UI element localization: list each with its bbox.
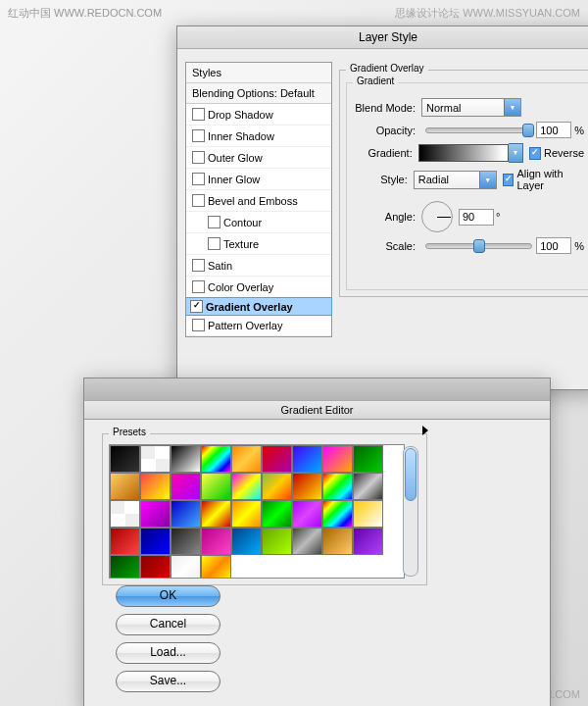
button-column: OK Cancel Load... Save... <box>116 585 223 699</box>
gradient-picker-button[interactable]: ▼ <box>509 143 522 163</box>
opacity-slider[interactable] <box>425 127 532 133</box>
layer-style-window: Layer Style Styles Blending Options: Def… <box>176 25 588 390</box>
preset-swatch[interactable] <box>140 473 171 500</box>
checkbox[interactable] <box>192 129 205 142</box>
preset-swatch[interactable] <box>322 445 353 473</box>
preset-swatch[interactable] <box>171 555 201 579</box>
checkbox[interactable] <box>192 151 205 164</box>
watermark-top-left: 红动中国 WWW.REDOCN.COM <box>8 6 162 21</box>
style-select[interactable]: Radial▼ <box>414 171 497 189</box>
preset-swatch[interactable] <box>201 555 231 579</box>
sidebar-item-texture[interactable]: Texture <box>186 233 331 255</box>
preset-swatch[interactable] <box>262 500 292 528</box>
sidebar-item-outer-glow[interactable]: Outer Glow <box>186 147 331 169</box>
preset-swatch[interactable] <box>171 500 201 528</box>
preset-swatch[interactable] <box>353 528 383 555</box>
preset-swatch[interactable] <box>140 555 171 579</box>
gradient-swatch[interactable] <box>418 144 510 162</box>
preset-swatch[interactable] <box>110 555 140 579</box>
preset-swatch[interactable] <box>201 528 231 555</box>
checkbox[interactable] <box>192 319 205 331</box>
checkbox[interactable] <box>208 237 220 250</box>
presets-grid <box>109 444 405 579</box>
blend-mode-select[interactable]: Normal▼ <box>421 98 521 117</box>
preset-swatch[interactable] <box>292 445 322 473</box>
opacity-input[interactable] <box>536 122 571 138</box>
preset-swatch[interactable] <box>292 528 322 555</box>
reverse-checkbox[interactable] <box>529 147 541 160</box>
cancel-button[interactable]: Cancel <box>116 614 220 635</box>
sidebar-item-inner-shadow[interactable]: Inner Shadow <box>186 126 331 147</box>
checkbox[interactable] <box>192 259 205 272</box>
preset-swatch[interactable] <box>231 473 262 500</box>
presets-scrollbar[interactable] <box>403 446 418 577</box>
align-checkbox[interactable] <box>503 174 514 186</box>
preset-swatch[interactable] <box>201 500 231 528</box>
scroll-thumb[interactable] <box>405 448 416 501</box>
preset-swatch[interactable] <box>322 500 353 528</box>
sidebar-item-color-overlay[interactable]: Color Overlay <box>186 277 331 298</box>
align-label: Align with Layer <box>516 168 584 191</box>
preset-swatch[interactable] <box>262 445 292 473</box>
preset-swatch[interactable] <box>231 500 262 528</box>
preset-swatch[interactable] <box>231 528 262 555</box>
scale-slider[interactable] <box>425 243 532 249</box>
title-bg <box>84 378 550 401</box>
preset-swatch[interactable] <box>171 528 201 555</box>
load-button[interactable]: Load... <box>116 642 220 664</box>
sidebar-item-inner-glow[interactable]: Inner Glow <box>186 169 331 190</box>
preset-swatch[interactable] <box>353 500 383 528</box>
checkbox[interactable] <box>192 173 205 185</box>
angle-label: Angle: <box>347 211 416 223</box>
checkbox[interactable] <box>208 216 220 228</box>
preset-swatch[interactable] <box>140 445 171 473</box>
sidebar-styles-header[interactable]: Styles <box>186 63 331 83</box>
preset-swatch[interactable] <box>231 445 262 473</box>
sidebar-item-contour[interactable]: Contour <box>186 212 331 233</box>
gradient-label: Gradient: <box>347 147 413 159</box>
preset-swatch[interactable] <box>140 500 171 528</box>
ok-button[interactable]: OK <box>116 585 220 607</box>
gradient-overlay-group: Gradient Overlay Gradient Blend Mode: No… <box>339 70 588 297</box>
preset-swatch[interactable] <box>201 445 231 473</box>
sidebar-item-satin[interactable]: Satin <box>186 255 331 277</box>
preset-swatch[interactable] <box>110 500 140 528</box>
preset-swatch[interactable] <box>262 473 292 500</box>
scale-unit: % <box>574 240 584 252</box>
preset-swatch[interactable] <box>322 528 353 555</box>
gradient-editor-window: Gradient Editor Presets OK Cancel Load..… <box>83 378 551 706</box>
preset-swatch[interactable] <box>201 473 231 500</box>
save-button[interactable]: Save... <box>116 671 220 692</box>
preset-swatch[interactable] <box>171 445 201 473</box>
checkbox[interactable] <box>192 108 205 121</box>
watermark-top-right: 思缘设计论坛 WWW.MISSYUAN.COM <box>395 6 580 21</box>
reverse-label: Reverse <box>544 147 584 159</box>
presets-menu-icon[interactable] <box>422 426 428 435</box>
preset-swatch[interactable] <box>353 473 383 500</box>
preset-swatch[interactable] <box>262 528 292 555</box>
sidebar-item-gradient-overlay[interactable]: Gradient Overlay <box>185 297 332 316</box>
preset-swatch[interactable] <box>110 445 140 473</box>
angle-dial[interactable] <box>421 201 453 232</box>
sidebar-blending-header[interactable]: Blending Options: Default <box>186 83 331 104</box>
gradient-editor-title[interactable]: Gradient Editor <box>84 401 550 420</box>
checkbox[interactable] <box>192 194 205 207</box>
angle-unit: ° <box>496 211 500 223</box>
sidebar-item-drop-shadow[interactable]: Drop Shadow <box>186 104 331 126</box>
scale-input[interactable] <box>536 237 571 254</box>
angle-input[interactable] <box>459 209 494 226</box>
preset-swatch[interactable] <box>292 500 322 528</box>
scale-label: Scale: <box>347 240 416 252</box>
checkbox-checked[interactable] <box>190 300 203 313</box>
sidebar-item-bevel-emboss[interactable]: Bevel and Emboss <box>186 190 331 212</box>
sidebar-item-pattern-overlay[interactable]: Pattern Overlay <box>186 315 331 336</box>
preset-swatch[interactable] <box>110 473 140 500</box>
preset-swatch[interactable] <box>322 473 353 500</box>
preset-swatch[interactable] <box>171 473 201 500</box>
preset-swatch[interactable] <box>110 528 140 555</box>
preset-swatch[interactable] <box>140 528 171 555</box>
checkbox[interactable] <box>192 280 205 293</box>
style-label: Style: <box>347 174 408 185</box>
preset-swatch[interactable] <box>353 445 383 473</box>
preset-swatch[interactable] <box>292 473 322 500</box>
